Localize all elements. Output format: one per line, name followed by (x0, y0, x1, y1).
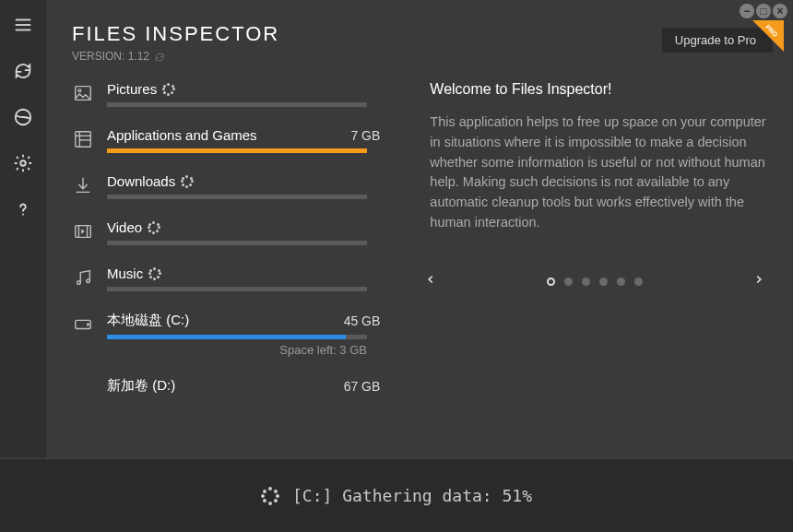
svg-point-8 (78, 89, 81, 92)
carousel-dot[interactable] (617, 278, 625, 286)
carousel-dot[interactable] (599, 278, 608, 286)
category-downloads[interactable]: Downloads (72, 173, 380, 199)
space-left-label: Space left: 3 GB (107, 343, 367, 357)
cat-size: 7 GB (350, 128, 380, 143)
gear-icon[interactable] (13, 153, 33, 173)
refresh-small-icon[interactable] (154, 52, 165, 63)
loading-spinner-icon (261, 487, 279, 505)
help-icon[interactable] (13, 199, 33, 219)
pictures-icon (73, 83, 93, 103)
status-bar: [C:] Gathering data: 51% (0, 458, 793, 532)
svg-point-20 (88, 324, 89, 325)
welcome-panel: Welcome to Files Inspector! This applica… (430, 81, 775, 415)
video-icon (73, 221, 93, 242)
welcome-title: Welcome to Files Inspector! (430, 81, 775, 98)
loading-spinner-icon (148, 221, 160, 234)
music-icon (73, 267, 93, 288)
cat-size: 67 GB (344, 379, 381, 394)
minimize-button[interactable]: − (740, 4, 754, 18)
app-title: FILES INSPECTOR (72, 22, 279, 46)
svg-point-17 (77, 281, 81, 285)
category-disk-d[interactable]: 新加卷 (D:)67 GB (72, 377, 380, 395)
cat-label: 本地磁盘 (C:) (107, 312, 189, 329)
category-video[interactable]: Video (72, 219, 380, 245)
carousel-prev-button[interactable] (424, 273, 437, 290)
cat-label: Pictures (107, 81, 157, 97)
svg-marker-16 (81, 229, 85, 234)
refresh-icon[interactable] (13, 61, 33, 81)
apps-icon (73, 129, 93, 149)
progress-bar (107, 241, 367, 245)
carousel-next-button[interactable] (752, 273, 765, 290)
disk-icon (73, 313, 93, 334)
carousel-dots (547, 278, 643, 286)
svg-point-4 (20, 160, 26, 166)
category-disk-c[interactable]: 本地磁盘 (C:)45 GB Space left: 3 GB (72, 312, 380, 357)
downloads-icon (73, 175, 93, 195)
pro-badge-icon: PRO (752, 20, 784, 52)
carousel (424, 273, 765, 290)
svg-rect-9 (76, 132, 91, 148)
category-apps[interactable]: Applications and Games7 GB (72, 127, 380, 153)
cat-size: 45 GB (344, 313, 381, 328)
header: FILES INSPECTOR VERSION: 1.12 (72, 22, 279, 63)
menu-icon[interactable] (13, 15, 33, 35)
cat-label: Video (107, 219, 142, 235)
category-pictures[interactable]: Pictures (72, 81, 380, 107)
progress-bar (107, 102, 367, 107)
status-text: [C:] Gathering data: 51% (292, 486, 532, 505)
sidebar (0, 0, 46, 532)
category-music[interactable]: Music (72, 266, 380, 291)
carousel-dot[interactable] (582, 278, 590, 286)
cat-label: Applications and Games (107, 127, 257, 143)
cat-label: Music (107, 266, 143, 281)
carousel-dot[interactable] (634, 278, 643, 286)
welcome-text: This application helps to free up space … (430, 112, 775, 233)
loading-spinner-icon (162, 83, 175, 96)
maximize-button[interactable]: □ (756, 4, 771, 18)
progress-bar (107, 335, 367, 339)
categories-list: Pictures Applications and Games7 GB Down… (72, 81, 380, 415)
progress-bar (107, 195, 367, 199)
svg-point-18 (87, 279, 90, 283)
carousel-dot[interactable] (547, 278, 555, 286)
carousel-dot[interactable] (564, 278, 573, 286)
cat-label: 新加卷 (D:) (107, 377, 175, 395)
version-label: VERSION: 1.12 (72, 50, 149, 63)
globe-icon[interactable] (13, 107, 33, 127)
progress-bar (107, 287, 367, 291)
progress-bar (107, 148, 367, 153)
loading-spinner-icon (181, 175, 194, 188)
close-button[interactable]: × (773, 4, 787, 18)
loading-spinner-icon (148, 267, 161, 280)
cat-label: Downloads (107, 173, 175, 189)
